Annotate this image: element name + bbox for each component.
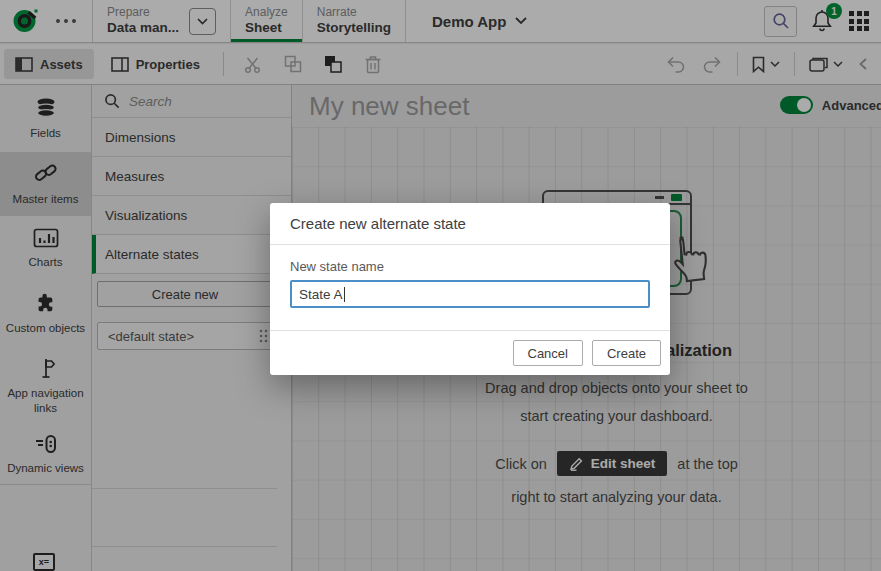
dialog-title: Create new alternate state [290,215,466,232]
cancel-button[interactable]: Cancel [513,340,583,366]
state-name-value: State A [299,287,343,302]
dialog-header: Create new alternate state [270,203,670,245]
dialog-footer: Cancel Create [270,330,670,375]
create-alternate-state-dialog: Create new alternate state New state nam… [270,203,670,375]
text-caret [344,287,345,302]
application-window: Prepare Data man... Analyze Sheet Narrat… [0,0,881,571]
dialog-body: New state name State A [270,245,670,330]
state-name-label: New state name [290,259,650,274]
create-button[interactable]: Create [592,340,661,366]
state-name-input[interactable]: State A [290,280,650,308]
